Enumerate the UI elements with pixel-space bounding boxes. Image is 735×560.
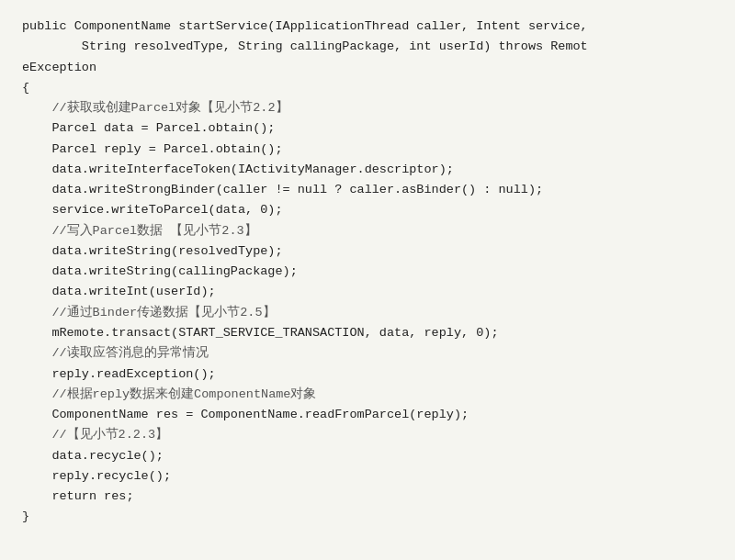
code-line: data.writeString(callingPackage); bbox=[22, 262, 713, 282]
code-block: public ComponentName startService(IAppli… bbox=[22, 17, 713, 528]
code-line: reply.recycle(); bbox=[22, 466, 713, 487]
code-line: String resolvedType, String callingPacka… bbox=[22, 37, 713, 57]
code-line: //根据reply数据来创建ComponentName对象 bbox=[22, 385, 713, 405]
code-line: //【见小节2.2.3】 bbox=[22, 425, 713, 445]
code-line: Parcel reply = Parcel.obtain(); bbox=[22, 140, 713, 160]
code-line: mRemote.transact(START_SERVICE_TRANSACTI… bbox=[22, 323, 713, 343]
code-line: public ComponentName startService(IAppli… bbox=[22, 17, 713, 37]
code-line: reply.readException(); bbox=[22, 364, 713, 385]
code-line: //通过Binder传递数据【见小节2.5】 bbox=[22, 303, 713, 323]
code-line: //读取应答消息的异常情况 bbox=[22, 343, 713, 364]
code-container: public ComponentName startService(IAppli… bbox=[0, 0, 735, 560]
code-line: ComponentName res = ComponentName.readFr… bbox=[22, 405, 713, 425]
code-line: return res; bbox=[22, 487, 713, 507]
code-line: //写入Parcel数据 【见小节2.3】 bbox=[22, 221, 713, 241]
code-line: service.writeToParcel(data, 0); bbox=[22, 200, 713, 220]
code-line: //获取或创建Parcel对象【见小节2.2】 bbox=[22, 98, 713, 118]
code-line: Parcel data = Parcel.obtain(); bbox=[22, 118, 713, 139]
code-line: eException bbox=[22, 58, 713, 78]
code-line: { bbox=[22, 78, 713, 98]
code-line: data.writeString(resolvedType); bbox=[22, 241, 713, 262]
code-line: data.writeStrongBinder(caller != null ? … bbox=[22, 180, 713, 200]
code-line: data.recycle(); bbox=[22, 446, 713, 466]
code-line: } bbox=[22, 507, 713, 527]
code-line: data.writeInterfaceToken(IActivityManage… bbox=[22, 160, 713, 180]
code-line: data.writeInt(userId); bbox=[22, 282, 713, 302]
